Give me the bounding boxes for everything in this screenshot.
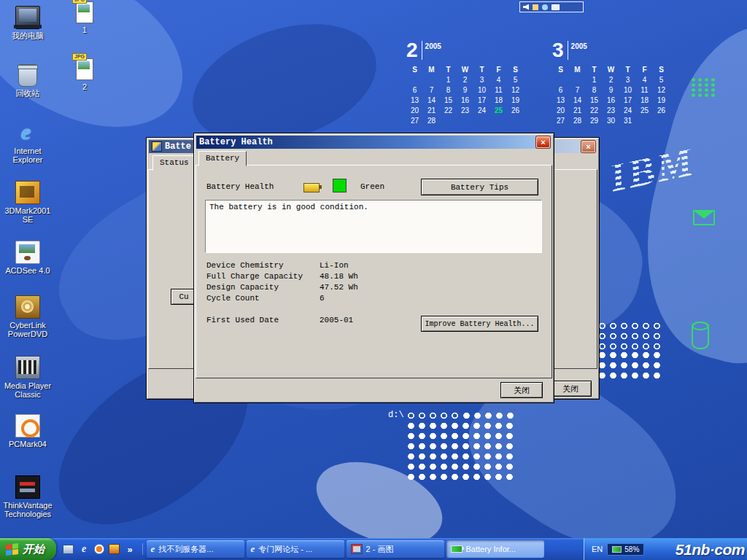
battery-detail-fields: Device ChemistryLi-IonFull Charge Capaci… [206,261,440,327]
calendar-day: 28 [423,115,440,125]
calendar-day: 23 [457,105,473,115]
calendar-day: 19 [653,95,670,105]
desktop-file-label: 2 [82,82,87,91]
calendar-day: 28 [569,115,586,125]
calendar-day: 25 [636,105,653,115]
calendar-day [473,115,490,125]
field-value: 2005-01 [320,316,353,324]
battery-icon [612,546,622,553]
calendar-day-header: S [653,64,670,74]
improve-battery-health-button[interactable]: Improve Battery Health... [421,316,538,332]
media-player-classic-icon [15,356,40,379]
desktop-icon-label: ThinkVantage Technologies [1,501,54,518]
taskbar: 开始 找不到服务器...专门网论坛 - ...2 - 画图Battery Inf… [0,538,747,560]
calendar-day [440,115,457,125]
battery-field-row: Full Charge Capacity48.18 Wh [206,272,440,283]
battery-icon [303,183,320,192]
grid-icon [690,77,716,98]
task-button-area: 找不到服务器...专门网论坛 - ...2 - 画图Battery Infor.… [143,538,545,560]
desktop-icon-my-computer[interactable]: 我的电脑 [1,6,54,40]
taskbar-task-button[interactable]: 2 - 画图 [347,540,444,558]
field-value: Li-Ion [320,261,349,270]
calendar-grid: SMTWTFS123456789101112131415161718192021… [552,64,670,125]
desktop-icon-recycle-bin[interactable]: 回收站 [1,64,54,98]
calendar-day: 4 [636,74,653,85]
window-icon [152,141,162,152]
desktop-icon-thinkvantage-technologies[interactable]: ThinkVantage Technologies [1,475,54,518]
calendar-day: 22 [586,105,603,115]
calendar-day: 23 [603,105,619,115]
dot-matrix-decoration [597,350,664,382]
calendar-day: 1 [586,74,603,85]
media-player-icon[interactable] [94,544,104,554]
field-value: 48.18 Wh [320,272,358,281]
desktop-file-1[interactable]: JPG1 [67,1,102,34]
battery-tips-button[interactable]: Battery Tips [421,179,538,195]
field-label: Design Capacity [206,283,279,292]
desktop-icon-cyberlink-powerdvd[interactable]: CyberLink PowerDVD [1,295,54,338]
taskbar-task-button[interactable]: Battery Infor... [446,540,544,558]
calendar-day: 21 [569,105,586,115]
calendar-day [507,115,524,125]
close-icon[interactable]: × [581,141,595,152]
calendar-day: 17 [619,95,636,105]
battery-field-row: Device ChemistryLi-Ion [206,261,440,272]
field-label: Full Charge Capacity [206,272,303,281]
taskbar-task-button[interactable]: 专门网论坛 - ... [247,540,344,558]
calendar-day-header: F [490,64,507,74]
battery-health-dialog[interactable]: Battery Health × Battery Battery Health … [193,133,554,403]
dot-matrix-decoration [406,421,516,483]
start-button[interactable]: 开始 [0,538,56,560]
taskbar-task-button[interactable]: 找不到服务器... [147,540,244,558]
desktop-icon-pcmark04[interactable]: PCMark04 [1,414,54,448]
desktop-icon-internet-explorer[interactable]: Internet Explorer [1,122,54,164]
calendar-day-header: T [473,64,490,74]
battery-icon [451,545,462,553]
calendar-day: 4 [490,74,507,85]
language-indicator[interactable]: EN [592,545,603,553]
calendar-day: 18 [490,95,507,105]
calendar-day: 25 [490,105,507,115]
thinkvantage-technologies-icon [15,475,40,499]
calendar-day: 1 [440,74,457,85]
task-label: Battery Infor... [466,545,516,553]
tab-status[interactable]: Status [152,155,196,171]
calendar-day: 24 [473,105,490,115]
calendar-day: 12 [507,85,524,95]
battery-health-label: Battery Health [206,182,274,191]
calendar-day: 10 [619,85,636,95]
calendar-day-header: S [552,64,569,74]
battery-field-row: Design Capacity47.52 Wh [206,283,440,294]
acdsee-icon [15,241,40,264]
calendar-day: 8 [440,85,457,95]
desktop-icon-label: ACDSee 4.0 [5,266,50,275]
dot-matrix-decoration [597,321,664,350]
speaker-icon [523,4,529,10]
desktop-icon-label: 回收站 [16,89,40,98]
file-type-badge: JPG [72,53,87,61]
field-label: Cycle Count [206,294,260,303]
show-desktop-icon[interactable] [63,545,74,554]
calendar-day: 14 [423,95,440,105]
field-value: 6 [320,294,325,303]
internet-explorer-icon[interactable] [78,543,90,555]
calendar-day-header: S [406,64,423,74]
photo-viewer-icon[interactable] [109,544,120,554]
envelope-icon [693,210,715,225]
battery-tab-page: Battery Health Green Battery Tips The ba… [196,165,552,378]
battery-tray-indicator[interactable]: 58% [607,543,644,556]
close-icon[interactable]: × [536,136,550,148]
close-button[interactable]: 关闭 [549,381,592,397]
overflow-chevron-icon[interactable] [124,543,136,555]
desktop-icon-acdsee[interactable]: ACDSee 4.0 [1,241,54,275]
calendar-day-header: T [440,64,457,74]
calendar-day: 16 [603,95,619,105]
close-button[interactable]: 关闭 [500,382,543,398]
desktop-file-2[interactable]: JPG2 [67,58,102,91]
calendar-day: 19 [507,95,524,105]
battery-health-titlebar[interactable]: Battery Health × [196,136,551,149]
desktop-icon-label: Media Player Classic [1,381,54,399]
tab-battery[interactable]: Battery [198,151,247,166]
desktop-icon-3dmark2001-se[interactable]: 3DMark2001 SE [1,181,54,224]
desktop-icon-media-player-classic[interactable]: Media Player Classic [1,356,54,399]
